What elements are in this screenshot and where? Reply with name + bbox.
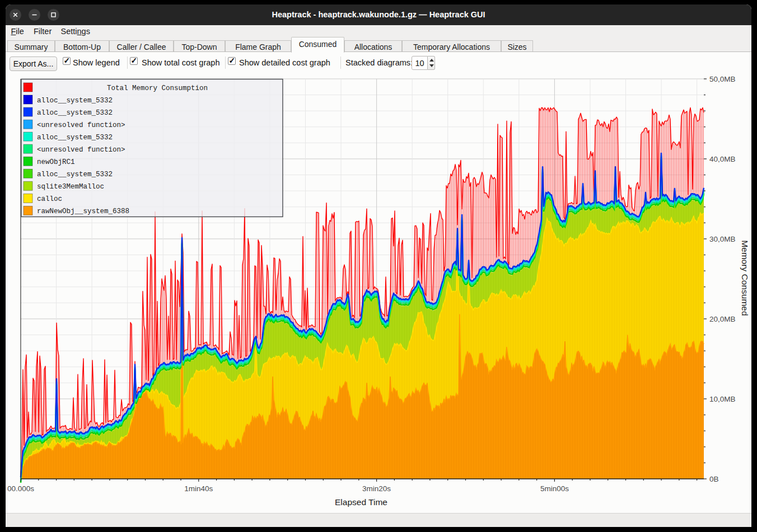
svg-text:<unresolved function>: <unresolved function> bbox=[37, 146, 125, 154]
svg-text:1min40s: 1min40s bbox=[184, 484, 213, 493]
svg-text:newObjRC1: newObjRC1 bbox=[37, 158, 75, 166]
svg-text:00.000s: 00.000s bbox=[7, 484, 34, 493]
svg-text:<unresolved function>: <unresolved function> bbox=[37, 121, 125, 129]
svg-text:Elapsed Time: Elapsed Time bbox=[335, 497, 387, 507]
svg-text:0B: 0B bbox=[709, 475, 719, 483]
svg-text:3min20s: 3min20s bbox=[362, 484, 391, 493]
svg-text:5min00s: 5min00s bbox=[540, 484, 569, 493]
svg-text:rawNewObj__system_6388: rawNewObj__system_6388 bbox=[37, 208, 129, 215]
svg-text:alloc__system_5332: alloc__system_5332 bbox=[37, 97, 113, 105]
svg-text:30,0MB: 30,0MB bbox=[709, 235, 736, 243]
svg-text:50,0MB: 50,0MB bbox=[709, 75, 736, 83]
svg-text:alloc__system_5332: alloc__system_5332 bbox=[37, 171, 113, 178]
svg-text:alloc__system_5332: alloc__system_5332 bbox=[37, 109, 113, 117]
svg-text:alloc__system_5332: alloc__system_5332 bbox=[37, 134, 113, 142]
svg-text:Total Memory Consumption: Total Memory Consumption bbox=[107, 84, 208, 92]
svg-text:sqlite3MemMalloc: sqlite3MemMalloc bbox=[37, 183, 104, 191]
svg-text:calloc: calloc bbox=[37, 195, 62, 203]
svg-text:40,0MB: 40,0MB bbox=[709, 155, 736, 163]
svg-text:10,0MB: 10,0MB bbox=[709, 395, 736, 403]
svg-text:Memory Consumed: Memory Consumed bbox=[740, 240, 750, 316]
svg-text:20,0MB: 20,0MB bbox=[709, 315, 736, 323]
